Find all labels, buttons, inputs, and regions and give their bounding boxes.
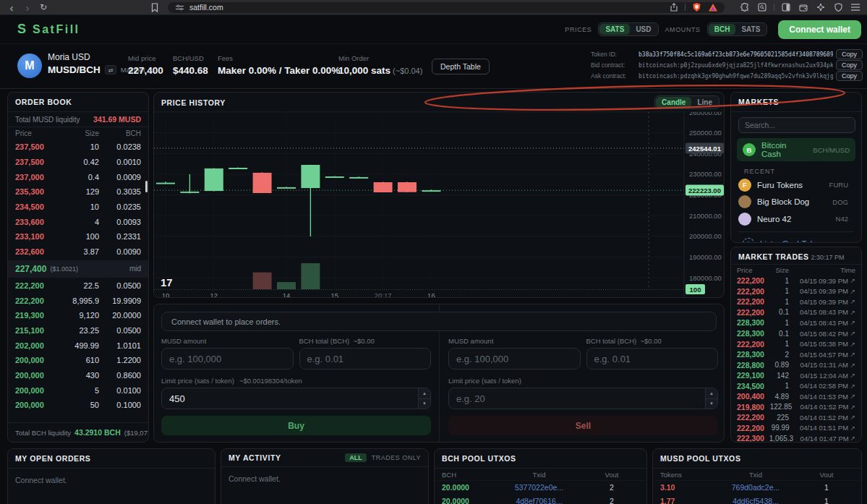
trade-row[interactable]: 222,2000.104/15 08:43 PM↗ bbox=[731, 307, 861, 318]
market-search-input[interactable] bbox=[738, 117, 855, 133]
buy-total-input[interactable] bbox=[299, 348, 432, 370]
trade-row[interactable]: 222,20099.9904/14 01:51 PM↗ bbox=[731, 423, 861, 434]
copy-button[interactable]: Copy bbox=[836, 60, 863, 70]
order-book-row[interactable]: 237,5000.420.0010 bbox=[8, 155, 148, 170]
order-book-row[interactable]: 200,0004300.8600 bbox=[8, 368, 148, 383]
external-link-icon[interactable]: ↗ bbox=[848, 362, 855, 369]
amounts-option-bch[interactable]: BCH bbox=[709, 24, 736, 35]
copy-button[interactable]: Copy bbox=[836, 71, 863, 81]
buy-button[interactable]: Buy bbox=[161, 416, 431, 435]
market-item-big-block-dog[interactable]: Big Block DogDOG bbox=[731, 194, 861, 211]
reload-icon[interactable]: ↻ bbox=[38, 1, 49, 13]
order-book-row[interactable]: 200,00050.0100 bbox=[8, 383, 148, 398]
amounts-toggle[interactable]: BCHSATS bbox=[707, 22, 768, 36]
back-icon[interactable]: ‹ bbox=[6, 1, 17, 13]
stepper-up-icon[interactable]: ▲ bbox=[419, 388, 430, 399]
trade-row[interactable]: 228,300204/15 04:57 PM↗ bbox=[731, 349, 861, 360]
sell-button[interactable]: Sell bbox=[448, 416, 718, 435]
external-link-icon[interactable]: ↗ bbox=[848, 288, 855, 295]
sell-total-input[interactable] bbox=[586, 348, 719, 370]
buy-limit-stepper[interactable]: ▲▼ bbox=[418, 388, 430, 409]
amounts-option-sats[interactable]: SATS bbox=[735, 24, 766, 35]
trade-row[interactable]: 222,20022504/14 01:52 PM↗ bbox=[731, 412, 861, 423]
order-book-row[interactable]: 234,500100.0235 bbox=[8, 200, 148, 215]
menu-icon[interactable] bbox=[850, 1, 861, 13]
activity-filter-all[interactable]: ALL bbox=[345, 453, 367, 462]
trade-row[interactable]: 219,800122.8504/14 01:52 PM↗ bbox=[731, 402, 861, 413]
stepper-down-icon[interactable]: ▼ bbox=[706, 399, 717, 409]
trade-row[interactable]: 228,300104/15 08:43 PM↗ bbox=[731, 317, 861, 328]
price-chart-svg[interactable]: 260000.00250000.00240000.00230000.002200… bbox=[154, 112, 724, 298]
order-book-row[interactable]: 237,500100.0238 bbox=[8, 140, 148, 155]
market-item-neuro-42[interactable]: Neuro 42N42 bbox=[731, 210, 861, 228]
brave-shield-icon[interactable] bbox=[691, 1, 702, 13]
order-book-scrollbar[interactable] bbox=[145, 181, 148, 192]
trade-row[interactable]: 222,200104/15 05:38 PM↗ bbox=[731, 338, 861, 349]
activity-filters[interactable]: ALLTRADES ONLY bbox=[345, 453, 421, 462]
external-link-icon[interactable]: ↗ bbox=[848, 414, 855, 421]
external-link-icon[interactable]: ↗ bbox=[848, 403, 855, 411]
sell-limit-stepper[interactable]: ▲▼ bbox=[705, 388, 717, 409]
share-icon[interactable] bbox=[668, 1, 680, 13]
satfill-logo[interactable]: S SatFill bbox=[17, 22, 80, 37]
prices-option-usd[interactable]: USD bbox=[630, 24, 657, 35]
sell-amount-input[interactable] bbox=[448, 348, 581, 370]
trade-row[interactable]: 222,200104/15 09:39 PM↗ bbox=[731, 296, 861, 307]
stepper-up-icon[interactable]: ▲ bbox=[706, 388, 717, 399]
external-link-icon[interactable]: ↗ bbox=[848, 341, 855, 348]
trade-row[interactable]: 200,4004.8904/14 01:53 PM↗ bbox=[731, 391, 861, 402]
forward-icon[interactable]: › bbox=[22, 1, 33, 13]
external-link-icon[interactable]: ↗ bbox=[848, 277, 855, 284]
external-link-icon[interactable]: ↗ bbox=[849, 435, 855, 442]
buy-amount-input[interactable] bbox=[161, 348, 294, 370]
chart-mode-toggle[interactable]: CandleLine bbox=[654, 95, 719, 109]
external-link-icon[interactable]: ↗ bbox=[848, 351, 855, 358]
privacy-shield-icon[interactable] bbox=[832, 1, 844, 13]
market-item-bitcoin-cash[interactable]: B Bitcoin Cash BCH/MUSD bbox=[737, 138, 855, 161]
external-link-icon[interactable]: ↗ bbox=[848, 330, 855, 337]
trade-row[interactable]: 228,3000.104/15 08:42 PM↗ bbox=[731, 328, 861, 339]
search-tabs-icon[interactable] bbox=[756, 1, 768, 13]
swap-pair-icon[interactable]: ⇄ bbox=[105, 65, 116, 74]
external-link-icon[interactable]: ↗ bbox=[848, 424, 855, 432]
external-link-icon[interactable]: ↗ bbox=[848, 319, 855, 326]
trade-row[interactable]: 229,10014204/15 12:04 AM↗ bbox=[731, 370, 861, 381]
trade-row[interactable]: 234,500104/14 02:58 PM↗ bbox=[731, 380, 861, 391]
utxo-txid-link[interactable]: 4d8ef70616... bbox=[494, 497, 584, 504]
sell-limit-price-input[interactable] bbox=[448, 388, 718, 409]
copy-button[interactable]: Copy bbox=[836, 49, 863, 59]
order-book-row[interactable]: 215,10023.250.0500 bbox=[8, 323, 148, 338]
order-book-row[interactable]: 219,3009,12020.0000 bbox=[8, 308, 148, 323]
order-book-row[interactable]: 222,2008,995.919.9909 bbox=[8, 293, 148, 308]
chart-mode-line[interactable]: Line bbox=[691, 97, 718, 108]
utxo-txid-link[interactable]: 5377022e0e... bbox=[494, 483, 584, 492]
buy-limit-price-input[interactable] bbox=[161, 388, 431, 409]
connect-wallet-button[interactable]: Connect wallet bbox=[778, 20, 861, 39]
sidebar-icon[interactable] bbox=[780, 1, 792, 13]
order-book-row[interactable]: 232,6003.870.0090 bbox=[8, 244, 148, 260]
candlestick-chart[interactable]: 260000.00250000.00240000.00230000.002200… bbox=[154, 112, 724, 298]
trade-row[interactable]: 222,200104/15 09:39 PM↗ bbox=[731, 286, 861, 297]
wallet-icon[interactable] bbox=[798, 1, 809, 13]
external-link-icon[interactable]: ↗ bbox=[848, 309, 855, 316]
url-bar[interactable]: satfill.com bbox=[168, 2, 725, 13]
site-settings-icon[interactable] bbox=[174, 1, 185, 13]
order-book-row[interactable]: 202,000499.991.0101 bbox=[8, 338, 148, 353]
chart-mode-candle[interactable]: Candle bbox=[656, 97, 691, 108]
order-book-row[interactable]: 233,60040.0093 bbox=[8, 214, 148, 229]
highlights-icon[interactable] bbox=[815, 1, 827, 13]
utxo-txid-link[interactable]: 4dd6cf5438... bbox=[712, 497, 799, 504]
prices-option-sats[interactable]: SATS bbox=[599, 24, 630, 35]
order-book-row[interactable]: 200,0006101.2200 bbox=[8, 353, 148, 368]
extensions-icon[interactable] bbox=[739, 1, 751, 13]
order-book-row[interactable]: 233,1001000.2331 bbox=[8, 229, 148, 244]
brave-rewards-icon[interactable] bbox=[707, 1, 719, 13]
activity-filter-trades-only[interactable]: TRADES ONLY bbox=[372, 454, 421, 461]
depth-table-button[interactable]: Depth Table bbox=[432, 59, 490, 74]
bookmark-icon[interactable] bbox=[149, 1, 161, 13]
order-book-row[interactable]: 237,0000.40.0009 bbox=[8, 169, 148, 184]
order-book-row[interactable]: 235,3001290.3035 bbox=[8, 184, 148, 200]
external-link-icon[interactable]: ↗ bbox=[848, 372, 855, 379]
order-book-row[interactable]: 222,20022.50.0500 bbox=[8, 278, 148, 294]
market-item-furu-tokens[interactable]: FFuru TokensFURU bbox=[731, 176, 861, 194]
